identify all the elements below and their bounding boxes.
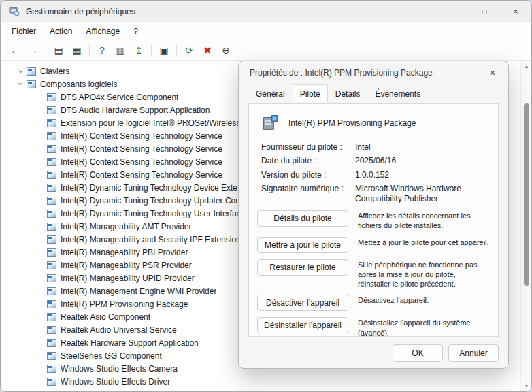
tree-item-label: Intel(R) Dynamic Tuning Technology User … — [61, 209, 241, 218]
tab-pilote[interactable]: Pilote — [293, 84, 328, 102]
tree-item-label: Intel(R) Context Sensing Technology Serv… — [61, 170, 222, 180]
chevron-icon[interactable] — [16, 389, 25, 391]
field-value: Intel — [355, 142, 371, 152]
help-icon[interactable]: ? — [96, 46, 108, 55]
software-component-icon — [47, 235, 56, 244]
software-component-icon — [47, 339, 56, 347]
software-component-icon — [47, 210, 56, 218]
window-controls: – □ × — [437, 1, 531, 22]
console-tree-icon[interactable]: ▤ — [52, 46, 65, 55]
software-component-icon — [47, 326, 56, 334]
tree-item-label: Intel(R) Manageability AMT Provider — [61, 222, 192, 231]
tree-item[interactable]: Windows Studio Effects Driver — [1, 375, 520, 388]
ok-button[interactable]: OK — [393, 344, 443, 362]
toolbar-separator — [46, 45, 46, 55]
tab-evenements[interactable]: Événements — [367, 84, 428, 102]
tree-item-label: Intel(R) Dynamic Tuning Technology Devic… — [61, 183, 237, 193]
action-description: Désactivez l’appareil. — [358, 295, 429, 305]
audio-video-game-controllers-icon — [27, 391, 36, 392]
tree-item-label: Realtek Asio Component — [61, 312, 150, 322]
properties-icon[interactable]: ▦ — [71, 46, 83, 55]
close-button[interactable]: × — [500, 1, 531, 22]
field-value: 2025/06/16 — [355, 156, 396, 165]
device-icon — [260, 113, 280, 133]
software-component-icon — [47, 93, 56, 101]
scrollbar-thumb[interactable] — [524, 103, 529, 286]
update-driver-button[interactable]: Mettre à jour le pilote — [257, 237, 348, 253]
uninstall-device-button[interactable]: Désinstaller l’appareil — [257, 317, 348, 333]
scan-hardware-icon[interactable]: ⟳ — [183, 46, 195, 55]
field-label: Signataire numérique : — [261, 184, 355, 203]
driver-action-row: Mettre à jour le pilote Mettez à jour le… — [257, 237, 490, 253]
tab-details[interactable]: Détails — [328, 84, 368, 102]
software-component-icon — [47, 274, 56, 282]
toolbar-separator — [151, 45, 152, 55]
toolbar-separator — [176, 45, 177, 55]
field-label: Version du pilote : — [261, 170, 355, 180]
roll-back-driver-button[interactable]: Restaurer le pilote — [257, 259, 348, 276]
action-description: Désinstallez l’appareil du système (avan… — [358, 317, 490, 337]
driver-action-row: Désinstaller l’appareil Désinstallez l’a… — [257, 317, 490, 337]
device-name: Intel(R) PPM Provisioning Package — [288, 118, 416, 128]
tree-item[interactable]: Contrôleurs audio, vidéo et jeu — [1, 388, 520, 391]
properties-dialog: Propriétés de : Intel(R) PPM Provisionin… — [238, 61, 509, 369]
toolbar-separator — [89, 45, 90, 55]
uninstall-device-icon[interactable]: ✖ — [201, 46, 214, 55]
software-component-icon — [47, 365, 56, 373]
dialog-tabs: Général Pilote Détails Événements — [239, 84, 508, 101]
update-driver-icon[interactable]: ↥ — [133, 46, 145, 55]
software-component-icon — [47, 184, 56, 192]
tree-item-label: Intel(R) Manageability and Security IPF … — [61, 235, 245, 244]
device-manager-window: Gestionnaire de périphériques – □ × Fich… — [0, 0, 532, 392]
back-icon[interactable]: ← — [9, 46, 21, 55]
tree-item-label: SteelSeries GG Component — [61, 351, 162, 361]
device-header: Intel(R) PPM Provisioning Package — [260, 113, 490, 133]
toolbar: ← → ▤ ▦ ? ▥ ↥ ▣ ⟳ ✖ ⊖ — [1, 40, 531, 61]
list-view-icon[interactable]: ▥ — [114, 46, 127, 55]
menu-help[interactable]: ? — [127, 24, 145, 39]
dialog-close-button[interactable]: × — [482, 65, 503, 81]
software-component-icon — [47, 106, 56, 114]
software-component-icon — [47, 248, 56, 257]
tree-item-label: Windows Studio Effects Camera — [61, 364, 178, 374]
dialog-footer: OK Annuler — [239, 338, 508, 368]
driver-action-row: Restaurer le pilote Si le périphérique n… — [257, 259, 490, 289]
field-value: 1.0.0.152 — [355, 170, 389, 180]
tab-general[interactable]: Général — [248, 84, 293, 102]
window-title: Gestionnaire de périphériques — [26, 7, 135, 16]
software-component-icon — [47, 352, 56, 360]
tree-item-label: Intel(R) Management Engine WMI Provider — [61, 287, 216, 296]
tree-item-label: DTS APO4x Service Component — [61, 93, 178, 102]
software-component-icon — [47, 132, 56, 140]
menu-affichage[interactable]: Affichage — [79, 24, 127, 39]
field-label: Fournisseur du pilote : — [261, 142, 355, 152]
chevron-icon[interactable] — [16, 79, 25, 89]
disable-device-icon[interactable]: ⊖ — [220, 46, 232, 55]
software-component-icon — [47, 145, 56, 153]
driver-field: Version du pilote : 1.0.0.152 — [261, 170, 490, 180]
driver-details-button[interactable]: Détails du pilote — [257, 210, 348, 227]
forward-icon[interactable]: → — [27, 46, 39, 55]
cancel-button[interactable]: Annuler — [448, 344, 499, 362]
menu-fichier[interactable]: Fichier — [5, 24, 43, 39]
keyboard-icon — [27, 67, 36, 76]
maximize-button[interactable]: □ — [469, 1, 500, 22]
software-component-icon — [47, 261, 56, 270]
tree-item-label: Realtek Hardware Support Application — [61, 338, 199, 348]
minimize-button[interactable]: – — [437, 1, 469, 22]
tree-item-label: DTS Audio Hardware Support Application — [61, 105, 210, 115]
driver-action-row: Détails du pilote Affichez les détails c… — [257, 210, 490, 231]
disable-device-button[interactable]: Désactiver l’appareil — [257, 295, 348, 311]
scroll-up-button[interactable]: ▲ — [521, 61, 532, 72]
field-value: Microsoft Windows Hardware Compatibility… — [355, 184, 490, 203]
vertical-scrollbar[interactable]: ▲ ▼ — [520, 61, 531, 391]
dialog-titlebar: Propriétés de : Intel(R) PPM Provisionin… — [239, 61, 508, 84]
chevron-icon[interactable] — [16, 66, 25, 76]
tree-item-label: Realtek Audio Universal Service — [61, 325, 177, 335]
menu-action[interactable]: Action — [43, 24, 79, 39]
driver-field: Fournisseur du pilote : Intel — [261, 142, 490, 152]
scroll-down-button[interactable]: ▼ — [521, 380, 532, 391]
tree-item-label: Extension pour le logiciel Intel® PROSet… — [61, 118, 240, 128]
dialog-title: Propriétés de : Intel(R) PPM Provisionin… — [250, 68, 433, 78]
computer-icon[interactable]: ▣ — [158, 46, 170, 55]
